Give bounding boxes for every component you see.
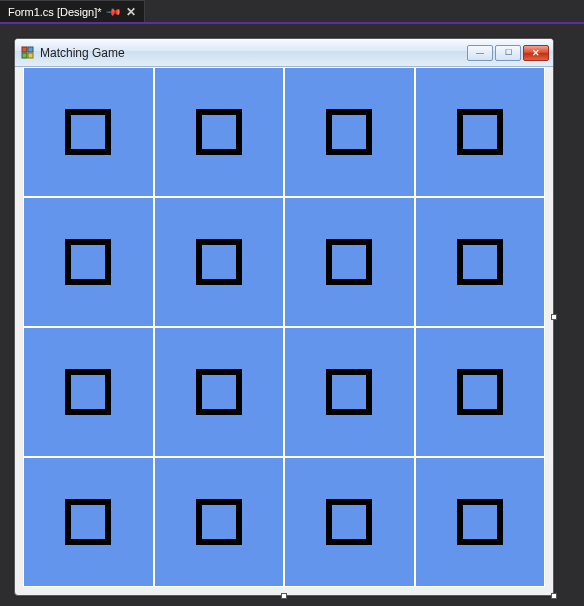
square-icon: [457, 109, 503, 155]
grid-cell[interactable]: [23, 327, 154, 457]
square-icon: [65, 109, 111, 155]
grid-cell[interactable]: [284, 457, 415, 587]
grid-cell[interactable]: [284, 197, 415, 327]
svg-rect-0: [22, 47, 27, 52]
grid-cell[interactable]: [415, 67, 546, 197]
square-icon: [65, 239, 111, 285]
grid-cell[interactable]: [154, 67, 285, 197]
minimize-button[interactable]: —: [467, 45, 493, 61]
pin-icon[interactable]: 📌: [105, 3, 121, 19]
square-icon: [196, 369, 242, 415]
square-icon: [326, 109, 372, 155]
grid-cell[interactable]: [284, 327, 415, 457]
svg-rect-2: [22, 53, 27, 58]
square-icon: [326, 499, 372, 545]
square-icon: [457, 369, 503, 415]
square-icon: [65, 499, 111, 545]
square-icon: [457, 499, 503, 545]
square-icon: [196, 109, 242, 155]
close-tab-icon[interactable]: ✕: [126, 6, 136, 18]
square-icon: [326, 369, 372, 415]
resize-handle-bottom[interactable]: [281, 593, 287, 599]
svg-rect-3: [28, 53, 33, 58]
grid-cell[interactable]: [23, 67, 154, 197]
maximize-button[interactable]: ☐: [495, 45, 521, 61]
grid-cell[interactable]: [23, 197, 154, 327]
tab-label: Form1.cs [Design]*: [8, 6, 102, 18]
svg-rect-1: [28, 47, 33, 52]
game-grid: [23, 67, 545, 587]
grid-cell[interactable]: [284, 67, 415, 197]
designer-surface[interactable]: Matching Game — ☐ ✕: [0, 24, 584, 606]
window-title: Matching Game: [40, 46, 467, 60]
grid-cell[interactable]: [415, 197, 546, 327]
document-tab[interactable]: Form1.cs [Design]* 📌 ✕: [0, 0, 145, 22]
titlebar[interactable]: Matching Game — ☐ ✕: [15, 39, 553, 67]
close-button[interactable]: ✕: [523, 45, 549, 61]
app-icon: [21, 46, 35, 60]
grid-cell[interactable]: [154, 457, 285, 587]
resize-handle-right[interactable]: [551, 314, 557, 320]
grid-cell[interactable]: [154, 197, 285, 327]
square-icon: [65, 369, 111, 415]
square-icon: [196, 499, 242, 545]
tab-bar: Form1.cs [Design]* 📌 ✕: [0, 0, 584, 24]
square-icon: [326, 239, 372, 285]
square-icon: [196, 239, 242, 285]
square-icon: [457, 239, 503, 285]
form-client-area: [23, 67, 545, 587]
grid-cell[interactable]: [23, 457, 154, 587]
grid-cell[interactable]: [154, 327, 285, 457]
window-buttons: — ☐ ✕: [467, 45, 549, 61]
form-window[interactable]: Matching Game — ☐ ✕: [14, 38, 554, 596]
grid-cell[interactable]: [415, 327, 546, 457]
resize-handle-corner[interactable]: [551, 593, 557, 599]
grid-cell[interactable]: [415, 457, 546, 587]
